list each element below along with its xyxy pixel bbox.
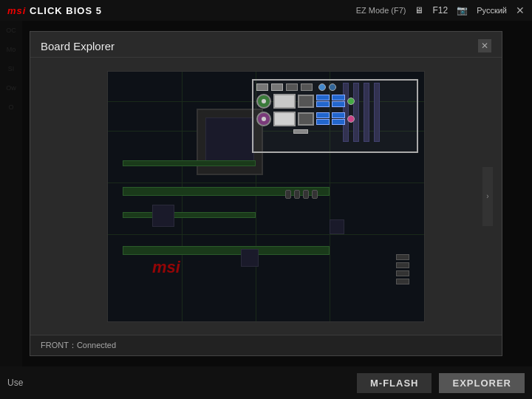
monitor-icon: 🖥	[415, 5, 423, 16]
scroll-right-arrow[interactable]: ›	[482, 167, 493, 226]
pcie-slot-4	[123, 160, 256, 166]
explorer-button[interactable]: EXPLORER	[439, 373, 525, 393]
mobo-background: msi	[108, 72, 424, 321]
bottom-left-label: Use	[7, 378, 23, 388]
msi-logo: msi CLICK BIOS 5	[7, 5, 102, 16]
language-label[interactable]: Русский	[477, 6, 507, 15]
port-small-3	[286, 83, 298, 91]
vga-port	[273, 94, 296, 109]
audio-green-port	[347, 98, 355, 105]
chip-3	[330, 219, 344, 234]
chip-1	[152, 205, 174, 227]
dialog-body: msi	[30, 58, 502, 335]
chip-2	[241, 249, 259, 267]
top-bar-left: msi CLICK BIOS 5	[7, 5, 102, 16]
motherboard-image[interactable]: msi	[107, 71, 425, 322]
top-bar-right: EZ Mode (F7) 🖥 F12 📷 Русский ✕	[356, 4, 525, 16]
mobo-msi-logo: msi	[152, 258, 180, 277]
port-small-4	[301, 83, 313, 91]
pcie-slot-2	[123, 212, 256, 218]
lan-port-2	[298, 112, 314, 126]
small-connector	[293, 129, 308, 134]
mobo-pcb: msi	[108, 72, 424, 321]
ez-mode-label[interactable]: EZ Mode (F7)	[356, 6, 406, 15]
dialog-status-bar: FRONT：Connected	[30, 335, 502, 355]
mflash-button[interactable]: M-FLASH	[357, 373, 432, 393]
capacitors	[285, 190, 318, 199]
audio-pink-port	[347, 115, 355, 123]
use-label: Use	[7, 378, 23, 388]
bottom-ports-row	[256, 129, 414, 134]
dialog-title: Board Explorer	[41, 40, 115, 52]
port-small-2	[271, 83, 283, 91]
bottom-buttons: M-FLASH EXPLORER	[357, 373, 525, 393]
ps2-purple-port	[256, 112, 271, 126]
audio-jack-2	[329, 83, 336, 91]
board-explorer-dialog: Board Explorer ✕	[30, 31, 502, 356]
ps2-green-port	[256, 94, 271, 109]
bottom-bar: Use M-FLASH EXPLORER	[0, 366, 532, 399]
dvi-port	[273, 112, 296, 126]
usb3-stack-1	[316, 95, 330, 107]
modal-overlay: Board Explorer ✕	[0, 21, 532, 366]
usb3-stack-3	[316, 112, 330, 125]
pcie-slot-1	[123, 246, 330, 255]
port-small-1	[256, 83, 268, 91]
usb3-stack-2	[332, 95, 345, 107]
camera-icon: 📷	[457, 5, 468, 16]
top-bar: msi CLICK BIOS 5 EZ Mode (F7) 🖥 F12 📷 Ру…	[0, 0, 532, 21]
topbar-close-button[interactable]: ✕	[516, 4, 525, 16]
f12-label[interactable]: F12	[432, 5, 448, 16]
io-panel-highlight[interactable]	[252, 79, 418, 153]
dialog-header: Board Explorer ✕	[30, 32, 502, 58]
dialog-close-button[interactable]: ✕	[478, 39, 491, 52]
status-text: FRONT：Connected	[41, 341, 116, 349]
lan-port-1	[298, 95, 314, 108]
audio-jack-1	[318, 83, 326, 91]
usb3-stack-4	[332, 112, 345, 125]
sata-connectors	[396, 254, 409, 284]
